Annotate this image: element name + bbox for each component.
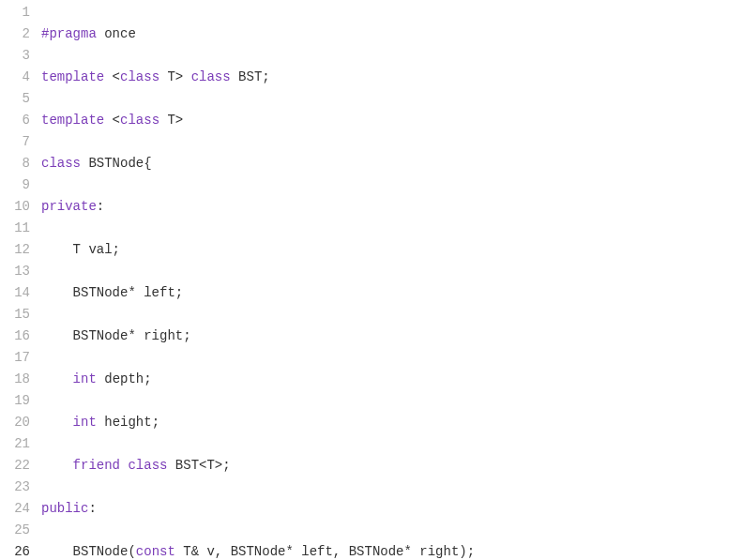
line-number: 20	[0, 412, 30, 433]
code-line[interactable]: template <class T>	[41, 110, 743, 131]
line-number: 21	[0, 433, 30, 455]
text	[41, 371, 73, 386]
line-number: 1	[0, 2, 30, 23]
line-number: 5	[0, 88, 30, 110]
text	[41, 415, 73, 430]
text: T val;	[41, 242, 120, 257]
line-number: 24	[0, 498, 30, 520]
line-number: 11	[0, 218, 30, 239]
line-number: 17	[0, 347, 30, 369]
text: BSTNode{	[81, 156, 152, 171]
line-number: 14	[0, 282, 30, 304]
line-number: 13	[0, 261, 30, 282]
text: BSTNode* right;	[41, 328, 191, 343]
keyword: class	[41, 156, 81, 171]
keyword: class	[191, 69, 231, 84]
text: BSTNode* left;	[41, 285, 183, 300]
text	[41, 458, 73, 473]
code-line[interactable]: BSTNode* right;	[41, 325, 743, 347]
code-line[interactable]: template <class T> class BST;	[41, 67, 743, 88]
line-number: 16	[0, 325, 30, 347]
code-line[interactable]: int height;	[41, 412, 743, 433]
line-number: 7	[0, 131, 30, 153]
keyword: int	[73, 415, 97, 430]
keyword: int	[73, 371, 97, 386]
line-number: 4	[0, 67, 30, 88]
code-line[interactable]: public:	[41, 498, 743, 520]
keyword: class	[120, 69, 159, 84]
keyword: class	[120, 113, 159, 128]
text: BSTNode(	[41, 544, 136, 559]
line-number: 6	[0, 110, 30, 131]
code-line[interactable]: class BSTNode{	[41, 153, 743, 174]
line-number: 22	[0, 455, 30, 477]
line-number: 8	[0, 153, 30, 174]
code-line[interactable]: private:	[41, 196, 743, 218]
text: T& v, BSTNode* left, BSTNode* right);	[175, 544, 475, 559]
line-number: 10	[0, 196, 30, 218]
code-editor[interactable]: #pragma once template <class T> class BS…	[38, 0, 743, 560]
line-number: 25	[0, 520, 30, 541]
line-number: 3	[0, 45, 30, 67]
code-line[interactable]: #pragma once	[41, 23, 743, 45]
line-number: 19	[0, 390, 30, 412]
keyword: template	[41, 113, 104, 128]
code-line[interactable]: BSTNode(const T& v, BSTNode* left, BSTNo…	[41, 541, 743, 560]
code-line[interactable]: BSTNode* left;	[41, 282, 743, 304]
text: once	[97, 26, 136, 41]
keyword: template	[41, 69, 104, 84]
line-number: 18	[0, 369, 30, 390]
text: BST;	[231, 69, 270, 84]
keyword: class	[128, 458, 167, 473]
keyword: private	[41, 199, 97, 214]
code-line[interactable]: T val;	[41, 239, 743, 261]
text: T>	[159, 113, 183, 128]
text: T>	[159, 69, 191, 84]
line-number: 23	[0, 477, 30, 498]
line-number: 15	[0, 304, 30, 325]
line-number-gutter: 1 2 3 4 5 6 7 8 9 10 11 12 13 14 15 16 1…	[0, 0, 38, 560]
line-number-current: 26	[0, 541, 30, 560]
line-number: 12	[0, 239, 30, 261]
text: :	[97, 199, 104, 214]
preproc: #pragma	[41, 26, 97, 41]
keyword: friend	[73, 458, 120, 473]
line-number: 2	[0, 23, 30, 45]
code-line[interactable]: friend class BST<T>;	[41, 455, 743, 477]
keyword: public	[41, 501, 88, 516]
code-line[interactable]: int depth;	[41, 369, 743, 390]
line-number: 9	[0, 174, 30, 196]
text: BST<T>;	[167, 458, 230, 473]
text: depth;	[97, 371, 152, 386]
text: :	[88, 501, 96, 516]
text: height;	[97, 415, 159, 430]
text: <	[104, 69, 120, 84]
keyword: const	[136, 544, 175, 559]
text: <	[104, 113, 120, 128]
